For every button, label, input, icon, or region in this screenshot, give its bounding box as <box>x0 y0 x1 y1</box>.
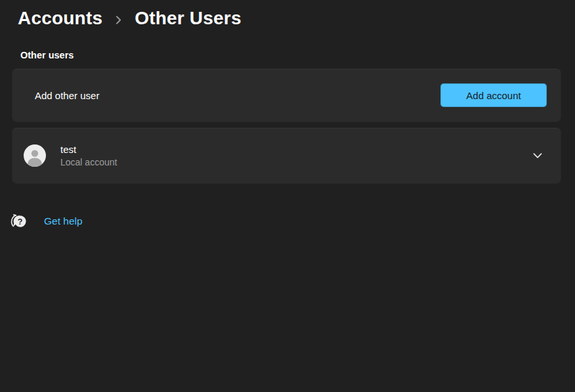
user-row-test[interactable]: test Local account <box>12 127 561 184</box>
get-help-label[interactable]: Get help <box>44 215 83 227</box>
get-help-icon: ? <box>9 211 28 231</box>
avatar <box>24 144 46 167</box>
section-title: Other users <box>20 50 575 60</box>
svg-text:?: ? <box>18 217 23 227</box>
get-help-link[interactable]: ? Get help <box>9 211 83 231</box>
user-info: test Local account <box>60 144 117 167</box>
user-name: test <box>60 144 117 155</box>
chevron-down-icon[interactable] <box>528 146 547 165</box>
chevron-right-icon <box>113 14 124 26</box>
user-account-type: Local account <box>60 157 117 167</box>
breadcrumb-item-accounts[interactable]: Accounts <box>18 8 102 29</box>
add-other-user-label: Add other user <box>35 90 99 101</box>
breadcrumb: Accounts Other Users <box>0 0 575 32</box>
add-other-user-card: Add other user Add account <box>12 68 561 122</box>
add-account-button[interactable]: Add account <box>440 83 547 107</box>
breadcrumb-item-other-users: Other Users <box>135 8 242 29</box>
